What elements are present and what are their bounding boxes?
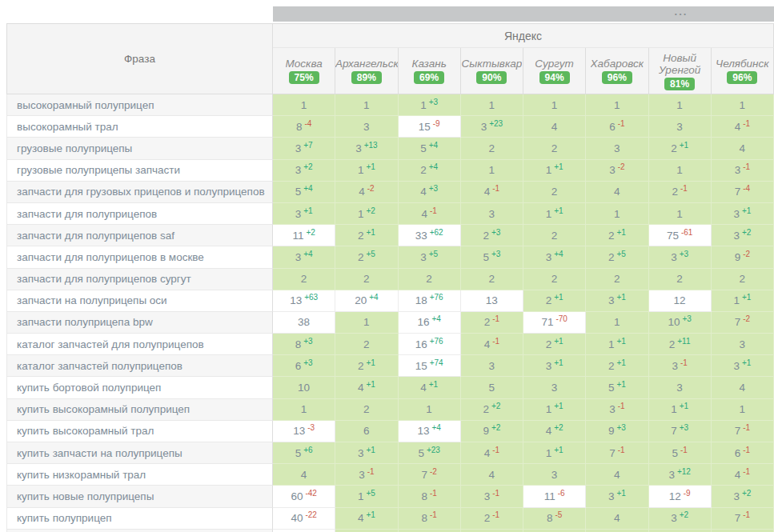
position-cell[interactable]: 4-1 <box>461 334 523 355</box>
position-cell[interactable]: 1 <box>335 94 398 116</box>
position-cell[interactable]: 33+62 <box>399 225 461 246</box>
position-cell[interactable]: 7-2 <box>712 312 774 334</box>
position-cell[interactable]: 2 <box>335 269 398 290</box>
phrase-cell[interactable]: купить новые полуприцепы <box>6 486 273 507</box>
position-cell[interactable]: 9-2 <box>712 246 774 268</box>
phrase-cell[interactable]: запчасти для полуприцепов saf <box>6 225 273 246</box>
city-column-header[interactable]: Архангельск89% <box>335 48 398 94</box>
position-cell[interactable]: 5+23 <box>399 442 461 464</box>
position-cell[interactable]: 9+3 <box>586 421 648 442</box>
phrase-cell[interactable]: купить низкорамный трал <box>6 464 273 486</box>
city-column-header[interactable]: Москва75% <box>273 48 335 94</box>
position-cell[interactable]: 4-1 <box>461 182 523 203</box>
position-cell[interactable]: 38 <box>273 312 335 334</box>
position-cell[interactable]: 4+2 <box>523 421 586 442</box>
position-cell[interactable]: 5+4 <box>273 182 335 203</box>
position-cell[interactable]: 1 <box>273 94 335 116</box>
position-cell[interactable]: 12-9 <box>649 486 712 507</box>
phrase-cell[interactable]: грузовые полуприцепы <box>6 138 273 159</box>
position-cell[interactable]: 2 <box>461 138 523 159</box>
position-cell[interactable]: 1 <box>273 399 335 421</box>
position-cell[interactable]: 3 <box>335 116 398 138</box>
city-column-header[interactable]: Сургут94% <box>523 48 586 94</box>
position-cell[interactable]: 1 <box>586 203 648 225</box>
position-cell[interactable]: 2+1 <box>335 225 398 246</box>
position-cell[interactable]: 8-5 <box>523 508 586 530</box>
position-cell[interactable]: 4 <box>586 508 648 530</box>
position-cell[interactable]: 1+1 <box>335 160 398 182</box>
position-cell[interactable]: 4+1 <box>335 377 398 398</box>
position-cell[interactable]: 8+3 <box>273 334 335 355</box>
position-cell[interactable]: 1 <box>586 312 648 334</box>
position-cell[interactable]: 1+1 <box>523 203 586 225</box>
position-cell[interactable]: 3+13 <box>335 138 398 159</box>
position-cell[interactable]: 1 <box>649 203 712 225</box>
phrase-cell[interactable]: каталог запчастей полуприцепов <box>6 355 273 377</box>
position-cell[interactable]: 2 <box>712 269 774 290</box>
phrase-cell[interactable]: грузовые полуприцепы запчасти <box>6 160 273 182</box>
position-cell[interactable]: 1 <box>649 160 712 182</box>
phrase-cell[interactable]: каталог запчастей для полуприцепов <box>6 334 273 355</box>
position-cell[interactable]: 2 <box>335 334 398 355</box>
position-cell[interactable]: 6-1 <box>586 116 648 138</box>
position-cell[interactable]: 3-1 <box>335 464 398 486</box>
position-cell[interactable]: 71-70 <box>523 312 586 334</box>
phrase-cell[interactable]: купить запчасти на полуприцепы <box>6 442 273 464</box>
phrase-cell[interactable]: купить полуприцеп <box>6 508 273 530</box>
position-cell[interactable]: 2 <box>523 138 586 159</box>
position-cell[interactable]: 4-1 <box>461 442 523 464</box>
phrase-cell[interactable]: высокорамный полуприцеп <box>6 94 273 116</box>
position-cell[interactable]: 2+5 <box>586 246 648 268</box>
position-cell[interactable]: 18+76 <box>399 290 461 312</box>
position-cell[interactable]: 3+1 <box>335 442 398 464</box>
position-cell[interactable]: 1+1 <box>523 160 586 182</box>
position-cell[interactable]: 3 <box>461 203 523 225</box>
position-cell[interactable]: 2+4 <box>399 160 461 182</box>
position-cell[interactable]: 2-1 <box>461 312 523 334</box>
position-cell[interactable]: 3+4 <box>273 246 335 268</box>
position-cell[interactable]: 1+3 <box>399 94 461 116</box>
position-cell[interactable]: 2 <box>461 269 523 290</box>
position-cell[interactable]: 1+5 <box>335 486 398 507</box>
position-cell[interactable]: 3+7 <box>273 138 335 159</box>
position-cell[interactable]: 1 <box>399 399 461 421</box>
position-cell[interactable]: 3+2 <box>712 225 774 246</box>
phrase-cell[interactable]: запчасти для полуприцепов в москве <box>6 246 273 268</box>
position-cell[interactable]: 2 <box>649 269 712 290</box>
position-cell[interactable]: 4 <box>712 138 774 159</box>
position-cell[interactable]: 9+2 <box>461 421 523 442</box>
position-cell[interactable]: 2+1 <box>523 290 586 312</box>
position-cell[interactable]: 4 <box>461 464 523 486</box>
position-cell[interactable]: 4+1 <box>335 508 398 530</box>
position-cell[interactable]: 15-9 <box>399 116 461 138</box>
position-cell[interactable]: 7-1 <box>712 421 774 442</box>
position-cell[interactable]: 3+2 <box>273 160 335 182</box>
position-cell[interactable]: 11-6 <box>523 486 586 507</box>
position-cell[interactable]: 5+6 <box>273 442 335 464</box>
position-cell[interactable]: 2 <box>523 269 586 290</box>
phrase-cell[interactable]: купить высокорамный трал <box>6 421 273 442</box>
position-cell[interactable]: 3 <box>523 464 586 486</box>
position-cell[interactable]: 3+5 <box>399 246 461 268</box>
position-cell[interactable]: 3+1 <box>712 355 774 377</box>
position-cell[interactable]: 7+3 <box>649 421 712 442</box>
position-cell[interactable]: 3+12 <box>649 464 712 486</box>
position-cell[interactable]: 20+4 <box>335 290 398 312</box>
position-cell[interactable]: 4 <box>586 182 648 203</box>
position-cell[interactable]: 75-61 <box>649 225 712 246</box>
position-cell[interactable]: 4+3 <box>399 182 461 203</box>
position-cell[interactable]: 2 <box>523 182 586 203</box>
position-cell[interactable]: 4-1 <box>399 203 461 225</box>
position-cell[interactable]: 2-1 <box>649 182 712 203</box>
city-column-header[interactable]: Новый Уренгой81% <box>649 48 712 94</box>
position-cell[interactable]: 4 <box>273 464 335 486</box>
position-cell[interactable]: 13-3 <box>273 421 335 442</box>
position-cell[interactable]: 4 <box>586 464 648 486</box>
position-cell[interactable]: 2+1 <box>586 225 648 246</box>
position-cell[interactable]: 3+1 <box>712 203 774 225</box>
position-cell[interactable]: 15+74 <box>399 355 461 377</box>
position-cell[interactable]: 12 <box>649 290 712 312</box>
position-cell[interactable]: 3-1 <box>461 486 523 507</box>
phrase-cell[interactable]: запчасти для полуприцепов сургут <box>6 269 273 290</box>
position-cell[interactable]: 1+1 <box>649 399 712 421</box>
